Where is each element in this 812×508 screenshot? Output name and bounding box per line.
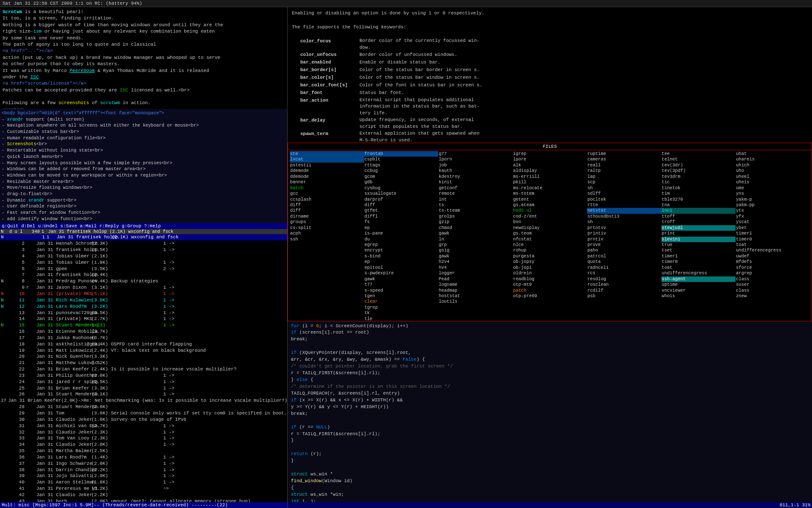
file-item: rtte: [587, 202, 661, 208]
keyword-cell: bar_color[s]: [292, 74, 359, 82]
file-item: ln: [438, 237, 513, 242]
mutt-row[interactable]: N 11 Jan 31 frantisek holop (2.1K) wxcon…: [0, 234, 287, 240]
file-item: uheis: [735, 179, 810, 185]
file-item: logger: [438, 271, 513, 276]
file-item: telnet: [661, 157, 736, 162]
mutt-row[interactable]: 24 Jan 31 jared r r spieg (2.5K) 1 ->: [0, 379, 287, 385]
keyword-cell: color_focus: [292, 38, 359, 51]
mutt-row[interactable]: 14 Jan 31 (private) MKS (2.7K) 1 ->: [0, 316, 287, 322]
code-line: [291, 464, 809, 471]
file-item: loutils: [438, 299, 513, 304]
file-item: clear: [364, 299, 439, 304]
file-item: whois: [661, 293, 736, 299]
file-item: otp-mt9: [513, 282, 587, 287]
mutt-row[interactable]: 5 Jan 31 Tobias Ulmer (1.9K) 1 ->: [0, 260, 287, 266]
file-item: tna: [661, 202, 736, 208]
mutt-row[interactable]: 23 Jan 31 Philip Guenther (3.0K) 1 ->: [0, 373, 287, 379]
mutt-row[interactable]: 42 Jan 31 Claudio Jeker (2.2K): [0, 492, 287, 498]
mutt-row[interactable]: 43 Jan 31 both (2.0K) umount /mnt2: Cann…: [0, 498, 287, 502]
mutt-row[interactable]: 9r Jan 31 Jason Dixon (3.1K) 1 ->: [0, 284, 287, 291]
code-line: return (r);: [291, 451, 809, 458]
code-line: r = TAILQ_FIRST(&screens[i].rl);: [291, 370, 809, 377]
vim-position: 811,1-1 31%: [779, 502, 810, 508]
mutt-row[interactable]: 26 Jan 31 Stuart Menderso (3.1K) 1 ->: [0, 391, 287, 398]
mutt-row[interactable]: N8 Jan 31 Predrag Punosev (4.4K) Backup …: [0, 278, 287, 284]
file-item: print: [661, 231, 736, 236]
mutt-row[interactable]: 33 Jan 31 Tom Van Looy (2.3K) 1 ->: [0, 435, 287, 442]
mutt-row[interactable]: N11 Jan 31 Rich Kulawiec (3.0K) 1 ->: [0, 297, 287, 304]
mutt-row[interactable]: 19 Jan 31 Matt Lukowicz (2.4K) VT: black…: [0, 348, 287, 354]
documentation-area: Enabling or disabling an option is done …: [288, 7, 812, 143]
keyword-desc-cell: External script that populates additiona…: [359, 97, 482, 117]
mutt-row[interactable]: 7 Jan 31 frantisek holop (2.4K): [0, 272, 287, 278]
mutt-row[interactable]: 17 Jan 31 Jukka Ruohonen (3.7K): [0, 335, 287, 341]
code-line: if (screens[i].root == root): [291, 329, 809, 336]
mutt-row[interactable]: 31 Jan 31 michiel van Esa (2.7K) 1 ->: [0, 423, 287, 429]
mutt-row[interactable]: 27 Jan 31 Brian Keefer (2.0K) ->Re: Net …: [0, 398, 287, 404]
mutt-row[interactable]: 13 Jan 31 punosevac720gma (3.5K) 1 ->: [0, 310, 287, 316]
file-item: gsig: [438, 248, 513, 253]
mutt-row[interactable]: 2 Jan 31 Hannah Schroete (2.3K) 1 ->: [0, 240, 287, 247]
mutt-row[interactable]: 3 Jan 31 frantisek holop (1.5K) 1 ->: [0, 247, 287, 253]
file-item: gs.ateam: [513, 202, 587, 208]
mutt-row[interactable]: 40 Jan 31 Aaron Stellman (1.8K) 1 ->: [0, 479, 287, 486]
file-item: tble3270: [661, 197, 736, 202]
keyword-desc-cell: Border color of unfocussed windows.: [359, 51, 482, 59]
code-line: &rr, &cr, &rx, &ry, &wy, &wy, &mask) == …: [291, 356, 809, 363]
mutt-row[interactable]: 16 Jan 31 Etienne Robilla (3.7K): [0, 329, 287, 335]
file-item: ms-totem: [513, 191, 587, 196]
scrotwm-description: Scrotwm is a beautiful pearl! It too, is…: [0, 7, 287, 109]
mutt-row[interactable]: N12 Jan 31 Lars Rood?m (3.2K) 1 ->: [0, 304, 287, 310]
mutt-row[interactable]: 25 Jan 31 Brian Keefer (3.3K) 1 ->: [0, 385, 287, 392]
code-line: /* determine if the pointer is on this s…: [291, 384, 809, 390]
mutt-row[interactable]: 20 Jan 31 Nick Guenther (3.3K): [0, 353, 287, 360]
file-item: ssh-agent: [661, 276, 736, 282]
file-item: lporn: [438, 157, 513, 162]
file-item: gzip: [438, 219, 513, 225]
file-item: undifferencegress: [735, 248, 810, 253]
file-item: s-speed: [364, 288, 439, 293]
file-item: slevini: [661, 237, 736, 242]
file-item: scp: [587, 179, 661, 185]
mutt-row[interactable]: 36 Jan 31 Lars Rood?m (1.4K) 1 ->: [0, 454, 287, 461]
file-item: ms-relocate: [513, 185, 587, 191]
file-item: ddemode: [290, 168, 364, 174]
mutt-row[interactable]: 6 Jan 31 gpee (3.5K) 2 ->: [0, 266, 287, 272]
mutt-row[interactable]: 21 Jan 31 Matthew Lukovic ( 52K): [0, 360, 287, 366]
mutt-row[interactable]: N10 Jan 31 (private) MKS (5.1K) 1 ->: [0, 291, 287, 297]
code-line: [291, 417, 809, 424]
mutt-row[interactable]: N15 Jan 31 Stuart Menderso ( 23) 1 ->: [0, 322, 287, 329]
file-item: tle: [364, 316, 439, 320]
mutt-message-list[interactable]: N d u l 340 1 Jan 31 frantisek holop (2.…: [0, 229, 287, 502]
file-item: g77: [438, 151, 513, 157]
files-col-4: igrep lpore alk aldisplay ms-erriill pki…: [513, 151, 587, 320]
file-item: hods.ul: [513, 208, 587, 213]
file-item: s-pwdexpire: [364, 271, 439, 276]
file-item: tgrep: [364, 305, 439, 310]
file-item: purgesta: [513, 254, 587, 259]
mutt-row[interactable]: 22 Jan 31 Brian Keefer (2.4K) Is it poss…: [0, 366, 287, 373]
file-item: ytx: [735, 208, 810, 213]
mutt-row[interactable]: 28 Jan 31 Stuart Menderso (2.0K): [0, 404, 287, 410]
file-item: cysbug: [364, 185, 439, 191]
mutt-row[interactable]: 39 Jan 31 Jojo Salvatti (2.9K) 1 ->: [0, 473, 287, 479]
file-item: tev3drm: [661, 174, 736, 179]
mutt-row[interactable]: 34 Jan 31 Claudio Jeker (2.0K) 1 ->: [0, 442, 287, 448]
mutt-header: q:Quit d:Del u:Undel s:Save a:Mail r:Rep…: [0, 223, 287, 229]
keyword-desc-cell: Update frequency, in seconds, of externa…: [359, 117, 482, 130]
mutt-row[interactable]: 35 Jan 31 Martha Balmer (2.5K): [0, 448, 287, 454]
mutt-row[interactable]: 29 Jan 31 Tom (3.6K) Serial console only…: [0, 410, 287, 417]
mutt-row[interactable]: 4 Jan 31 Tobias Ulmer (2.1K): [0, 253, 287, 260]
mutt-row[interactable]: 38 Jan 31 Darrin Chandler (2.2K) 1 ->: [0, 467, 287, 473]
keyword-cell: bar_delay: [292, 117, 359, 130]
mutt-row[interactable]: 41 Jan 31 Pereresus me V1 (3.2K) ~>: [0, 486, 287, 492]
mutt-row[interactable]: 30 Jan 31 Claudio Jeker (1.0K) Survey on…: [0, 417, 287, 423]
file-item: du: [364, 237, 439, 242]
file-item: undifferencegress: [661, 271, 736, 276]
mutt-row[interactable]: 32 Jan 31 Claudio Jeker (2.3K) 1 ->: [0, 429, 287, 436]
file-item: rosclean: [587, 282, 661, 287]
mutt-row[interactable]: 18 Jan 31 askthelisti@gmai (3.4K) OSPFD …: [0, 341, 287, 348]
file-item: tset: [661, 248, 736, 253]
file-item: znew: [735, 293, 810, 299]
mutt-row[interactable]: 37 Jan 31 Ingo Schwarze (2.0K) 1 ->: [0, 461, 287, 467]
